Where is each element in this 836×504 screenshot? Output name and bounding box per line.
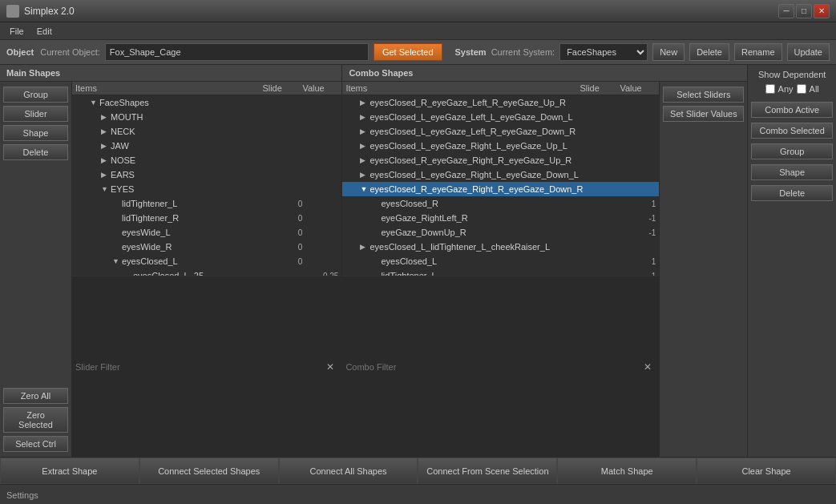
show-dependent-any-label: Any [778, 84, 794, 94]
dep-delete-button[interactable]: Delete [751, 185, 833, 201]
app-icon [6, 5, 19, 18]
main-col-slide: Slide [262, 83, 302, 93]
system-update-button[interactable]: Update [787, 43, 830, 61]
show-dependent-options: Any All [751, 84, 833, 94]
status-bar: Settings [0, 484, 836, 504]
show-dependent-all-label: All [810, 84, 819, 94]
current-system-select[interactable]: FaceShapes [559, 43, 648, 61]
maximize-button[interactable]: □ [796, 4, 812, 18]
main-tree-row[interactable]: ▶MOUTH [72, 110, 341, 124]
clear-shape-button[interactable]: Clear Shape [697, 458, 836, 484]
main-tree-row[interactable]: eyesWide_R0 [72, 240, 341, 254]
select-ctrl-button[interactable]: Select Ctrl [3, 436, 68, 452]
main-tree-row[interactable]: ▶JAW [72, 139, 341, 153]
connect-all-shapes-button[interactable]: Connect All Shapes [279, 458, 418, 484]
combo-tree-row[interactable]: ▶eyesClosed_L_eyeGaze_Right_L_eyeGaze_Up… [342, 139, 659, 153]
slider-filter-clear[interactable]: ✕ [323, 361, 337, 373]
show-dependent-any-checkbox[interactable] [765, 84, 775, 94]
main-tree-row[interactable]: ▼EYES [72, 182, 341, 196]
extract-shape-button[interactable]: Extract Shape [0, 458, 139, 484]
combo-filter-input[interactable] [345, 362, 640, 372]
set-slider-values-button[interactable]: Set Slider Values [663, 106, 744, 122]
combo-tree-row[interactable]: ▼eyesClosed_R_eyeGaze_Right_R_eyeGaze_Do… [342, 182, 659, 196]
dep-shape-button[interactable]: Shape [751, 164, 833, 180]
dep-group-button[interactable]: Group [751, 143, 833, 159]
current-object-label: Current Object: [40, 47, 100, 57]
combo-tree-row[interactable]: eyesClosed_L1 [342, 254, 659, 268]
combo-tree-row[interactable]: ▶eyesClosed_L_eyeGaze_Left_R_eyeGaze_Dow… [342, 124, 659, 139]
main-tree-row[interactable]: lidTightener_R0 [72, 211, 341, 225]
combo-shapes-header: Combo Shapes [342, 65, 747, 82]
select-sliders-button[interactable]: Select Sliders [663, 87, 744, 103]
main-tree-row[interactable]: eyesWide_L0 [72, 225, 341, 240]
object-label: Object [6, 47, 34, 57]
combo-tree-row[interactable]: ▶eyesClosed_R_eyeGaze_Left_R_eyeGaze_Up_… [342, 95, 659, 110]
menu-bar: File Edit [0, 22, 836, 40]
minimize-button[interactable]: ─ [778, 4, 794, 18]
combo-col-value: Value [620, 83, 656, 93]
main-tree-row[interactable]: ▶EARS [72, 167, 341, 182]
main-tree-row[interactable]: eyesClosed_L_250.25 [72, 268, 341, 276]
combo-tree-row[interactable]: ▶eyesClosed_L_eyeGaze_Right_L_eyeGaze_Do… [342, 167, 659, 182]
main-shapes-header: Main Shapes [0, 65, 341, 82]
main-tree-row[interactable]: ▼eyesClosed_L0 [72, 254, 341, 268]
title-bar-buttons: ─ □ ✕ [778, 4, 830, 18]
combo-col-items: Items [345, 83, 580, 93]
system-new-button[interactable]: New [652, 43, 685, 61]
current-object-input[interactable] [105, 43, 369, 61]
slider-filter-input[interactable] [75, 362, 323, 372]
main-tree-row[interactable]: ▶NECK [72, 124, 341, 139]
menu-file[interactable]: File [3, 25, 30, 38]
show-dependent-all-checkbox[interactable] [797, 84, 806, 94]
combo-filter-clear[interactable]: ✕ [640, 361, 655, 373]
match-shape-button[interactable]: Match Shape [557, 458, 697, 484]
main-tree-row[interactable]: ▶NOSE [72, 153, 341, 167]
main-slider-button[interactable]: Slider [3, 106, 68, 122]
system-delete-button[interactable]: Delete [689, 43, 729, 61]
menu-edit[interactable]: Edit [30, 25, 59, 38]
main-tree-row[interactable]: lidTightener_L0 [72, 196, 341, 211]
main-tree-row[interactable]: ▼FaceShapes [72, 95, 341, 110]
app-title: Simplex 2.0 [24, 6, 778, 17]
combo-selected-button[interactable]: Combo Selected [751, 123, 833, 139]
combo-tree-row[interactable]: ▶eyesClosed_R_eyeGaze_Right_R_eyeGaze_Up… [342, 153, 659, 167]
current-system-label: Current System: [491, 47, 555, 57]
connect-selected-shapes-button[interactable]: Connect Selected Shapes [139, 458, 279, 484]
combo-tree-row[interactable]: ▶eyesClosed_L_lidTightener_L_cheekRaiser… [342, 240, 659, 254]
main-tree-scroll[interactable]: ▼FaceShapes▶MOUTH▶NECK▶JAW▶NOSE▶EARS▼EYE… [72, 95, 341, 276]
show-dependent-label: Show Dependent [751, 70, 833, 79]
combo-tree-row[interactable]: ▶eyesClosed_L_eyeGaze_Left_L_eyeGaze_Dow… [342, 110, 659, 124]
system-label: System [455, 47, 487, 57]
combo-tree-row[interactable]: eyeGaze_DownUp_R-1 [342, 225, 659, 240]
settings-label[interactable]: Settings [6, 490, 38, 500]
main-shape-button[interactable]: Shape [3, 125, 68, 141]
main-col-items: Items [75, 83, 262, 93]
combo-col-slide: Slide [580, 83, 620, 93]
combo-active-button[interactable]: Combo Active [751, 102, 833, 118]
title-bar: Simplex 2.0 ─ □ ✕ [0, 0, 836, 22]
close-button[interactable]: ✕ [814, 4, 830, 18]
system-rename-button[interactable]: Rename [734, 43, 782, 61]
combo-tree-scroll[interactable]: ▶eyesClosed_R_eyeGaze_Left_R_eyeGaze_Up_… [342, 95, 659, 276]
get-selected-button[interactable]: Get Selected [374, 43, 442, 61]
main-col-value: Value [302, 83, 338, 93]
combo-tree-row[interactable]: eyesClosed_R1 [342, 196, 659, 211]
combo-tree-row[interactable]: eyeGaze_RightLeft_R-1 [342, 211, 659, 225]
zero-all-button[interactable]: Zero All [3, 388, 68, 404]
combo-tree-row[interactable]: lidTightener_L1 [342, 268, 659, 276]
main-delete-button[interactable]: Delete [3, 144, 68, 160]
main-group-button[interactable]: Group [3, 87, 68, 103]
zero-selected-button[interactable]: Zero Selected [3, 407, 68, 433]
connect-from-scene-selection-button[interactable]: Connect From Scene Selection [418, 458, 557, 484]
